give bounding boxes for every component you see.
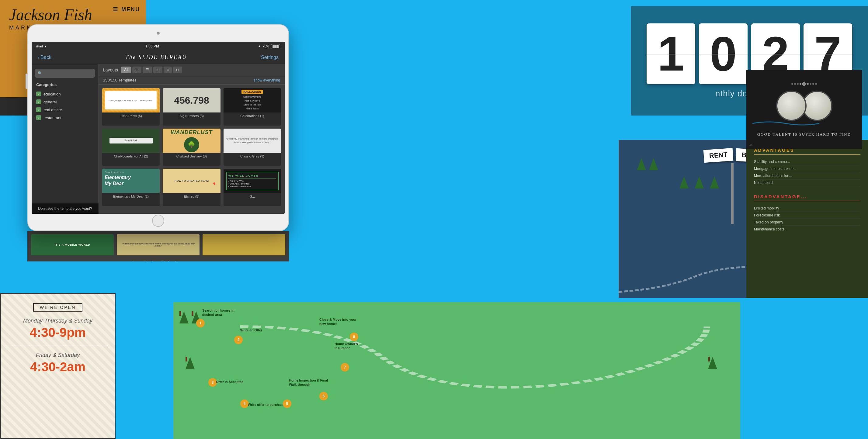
toolbar-count-row: 150/150 Templates show everything	[98, 76, 285, 85]
mobile-world-text: IT'S A MOBILE WORLD	[55, 243, 90, 246]
main-toolbar: Layouts All ⊡ ☰ ⊞ ≡ ⊟	[98, 64, 285, 76]
template-etched[interactable]: HOW TO CREATE A TEAM 🎈 Etched (5)	[163, 169, 220, 206]
templates-count: 150/150 Templates	[103, 78, 136, 83]
open-badge: WE'RE OPEN	[33, 303, 83, 312]
template-mobile[interactable]: IT'S A MOBILE WORLD	[31, 234, 114, 255]
settings-button[interactable]: Settings	[261, 55, 279, 60]
template-thumb: HALLOWEEN Serving VampireKiss & Witch'sB…	[223, 88, 281, 113]
bino-circles-row	[776, 91, 832, 121]
category-education[interactable]: ✓ education	[35, 90, 95, 98]
template-thumb: Designing for Mobile & App Development	[102, 88, 160, 113]
template-name: Etched (5)	[163, 193, 220, 200]
disadv-item-4: Maintenance costs...	[754, 226, 860, 232]
template-elementary[interactable]: Etiquette pour lorem ElementaryMy Dear E…	[102, 169, 160, 206]
step-2-text: Write an Offer	[240, 328, 262, 332]
layout-media-btn[interactable]: ⊟	[173, 67, 182, 73]
ipad-time: 1:05 PM	[145, 44, 159, 48]
show-everything-link[interactable]: show everything	[254, 78, 280, 83]
template-thumb: Etiquette pour lorem ElementaryMy Dear	[102, 169, 160, 193]
disadv-item-3: Taxed on property	[754, 219, 860, 226]
step-9-text: Home Owner's Insurance	[335, 342, 374, 350]
template-chalkboards[interactable]: Ronald Park Chalkboards For All (2)	[102, 129, 160, 166]
template-1965-prints[interactable]: Designing for Mobile & App Development 1…	[102, 88, 160, 126]
schedule-divider	[7, 346, 108, 346]
wifi-icon: ▾	[45, 44, 46, 48]
hours-1: 4:30-9pm	[7, 325, 108, 340]
classic-gray-quote: "Creativity is allowing yourself to make…	[226, 137, 279, 144]
template-thumb: 456.798	[163, 88, 220, 113]
bino-dots-row	[792, 82, 817, 86]
ipad-status-bar: iPad ▾ 1:05 PM ✦ 78% ▓▓▓	[32, 42, 285, 51]
category-restaurant[interactable]: ✓ restaurant	[35, 114, 95, 122]
halloween-badge: HALLOWEEN	[242, 90, 263, 94]
back-button[interactable]: ‹ Back	[38, 55, 52, 60]
template-classic-gray[interactable]: "Creativity is allowing yourself to make…	[223, 129, 281, 166]
days-1: Monday-Thursday & Sunday	[7, 318, 108, 324]
ipad-screen: iPad ▾ 1:05 PM ✦ 78% ▓▓▓ ‹ Back The SLID…	[32, 42, 285, 214]
step-1-text: Search for homes in desired area	[202, 308, 239, 317]
bino-tagline: GOOD TALENT IS SUPER HARD TO FIND	[757, 132, 851, 137]
ipad-main-content: Layouts All ⊡ ☰ ⊞ ≡ ⊟ 150/150 Templates …	[98, 64, 285, 214]
category-real-estate[interactable]: ✓ real estate	[35, 106, 95, 114]
template-name: Chalkboards For All (2)	[102, 153, 160, 160]
template-thumb: WANDERLUST 🌳	[163, 129, 220, 153]
jfm-menu[interactable]: ☰ MENU	[113, 6, 140, 13]
app-title: The SLIDE BUREAU	[125, 54, 187, 61]
template-thumb: HOW TO CREATE A TEAM 🎈	[163, 169, 220, 193]
template-name: Elementary My Dear (2)	[102, 193, 160, 200]
bino-footer: 42+	[749, 144, 754, 147]
restaurant-card: WE'RE OPEN Monday-Thursday & Sunday 4:30…	[0, 293, 116, 439]
disadv-item-1: Limited mobility	[754, 205, 860, 212]
template-quote[interactable]: "Wherever you find yourself on the side …	[117, 234, 199, 255]
search-box[interactable]: 🔍	[35, 69, 95, 78]
categories-heading: Categories	[35, 83, 95, 87]
big-number-display: 456.798	[174, 95, 209, 106]
ipad-sidebar: 🔍 Categories ✓ education ✓ general ✓ rea…	[32, 64, 98, 214]
flip-digit-2: 0	[699, 23, 748, 84]
template-grid: Designing for Mobile & App Development 1…	[98, 85, 285, 210]
dont-see-message: Don't see the template you want?	[32, 203, 98, 214]
ipad-home-button[interactable]	[152, 215, 164, 227]
category-general[interactable]: ✓ general	[35, 98, 95, 106]
template-name: G...	[223, 193, 281, 200]
wecover-item-1: • Print vs. Web	[228, 180, 276, 182]
layouts-label: Layouts	[103, 67, 118, 72]
hamburger-icon: ☰	[113, 6, 118, 13]
step-8-text: Close & Move into your new home!	[319, 317, 362, 326]
template-g[interactable]: WE WILL COVER • Print vs. Web • Old-Age …	[223, 169, 281, 206]
homebuy-infographic: 1 Search for homes in desired area 2 Wri…	[173, 302, 740, 439]
category-label: education	[43, 92, 61, 96]
step-7-bubble: 7	[341, 363, 349, 372]
schedule-2: Friday & Saturday 4:30-2am	[7, 352, 108, 374]
layout-table-btn[interactable]: ⊞	[153, 67, 162, 73]
layout-list-btn[interactable]: ☰	[143, 67, 152, 73]
hours-2: 4:30-2am	[7, 360, 108, 374]
check-icon: ✓	[36, 92, 41, 96]
layout-grid-btn[interactable]: ⊡	[132, 67, 142, 73]
check-icon: ✓	[36, 99, 41, 104]
template-name: Civilized Bestiary (8)	[163, 153, 220, 160]
boutique-label[interactable]: Leave the Template Boutique	[27, 258, 289, 261]
step-4-text: Write offer to purchase	[248, 403, 284, 407]
template-big-numbers[interactable]: 456.798 Big Numbers (3)	[163, 88, 220, 126]
template-golden[interactable]	[203, 234, 285, 255]
wecover-title-display: WE WILL COVER	[228, 174, 276, 179]
back-label: Back	[40, 55, 52, 60]
ipad-side-button[interactable]	[26, 73, 28, 89]
chevron-left-icon: ‹	[38, 55, 39, 60]
layout-all-btn[interactable]: All	[121, 67, 131, 73]
template-thumb: WE WILL COVER • Print vs. Web • Old-Age …	[223, 169, 281, 193]
template-name: Celebrations (1)	[223, 113, 281, 119]
days-2: Friday & Saturday	[7, 352, 108, 358]
step-5-bubble: 5	[283, 400, 291, 408]
ipad-label: iPad	[36, 44, 43, 48]
ipad-bottom-row: IT'S A MOBILE WORLD "Wherever you find y…	[27, 231, 289, 261]
ipad-camera	[157, 32, 160, 35]
template-celebrations[interactable]: HALLOWEEN Serving VampireKiss & Witch'sB…	[223, 88, 281, 126]
layout-lines-btn[interactable]: ≡	[164, 67, 172, 73]
template-civilized-bestiary[interactable]: WANDERLUST 🌳 Civilized Bestiary (8)	[163, 129, 220, 166]
adv-item-4: No landlord	[754, 179, 860, 186]
ipad-content: 🔍 Categories ✓ education ✓ general ✓ rea…	[32, 64, 285, 214]
check-icon: ✓	[36, 107, 41, 112]
template-thumb: "Creativity is allowing yourself to make…	[223, 129, 281, 153]
